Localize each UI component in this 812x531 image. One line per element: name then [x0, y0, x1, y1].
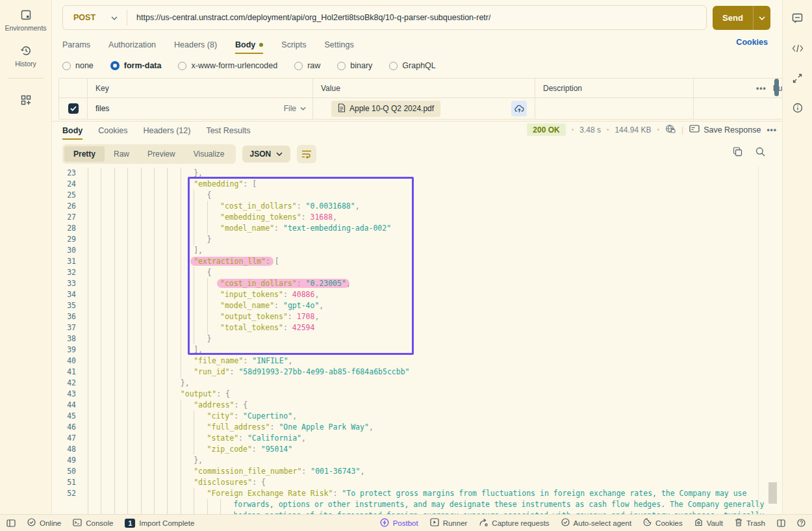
- radio-icon: [62, 62, 71, 70]
- sidebar-divider: [8, 78, 44, 79]
- line-number: 35: [52, 300, 76, 311]
- runner-button[interactable]: Runner: [430, 518, 468, 528]
- radio-x-www-form-urlencoded[interactable]: x-www-form-urlencoded: [178, 61, 277, 70]
- tab-scripts[interactable]: Scripts: [281, 36, 306, 54]
- console-button[interactable]: Console: [73, 519, 113, 528]
- tab-test-results[interactable]: Test Results: [206, 122, 250, 140]
- upload-file-button[interactable]: [511, 101, 527, 116]
- code-line: 47"state": "California",: [52, 433, 782, 444]
- trash-button[interactable]: Trash: [735, 518, 765, 528]
- indent-guides: [88, 499, 221, 510]
- split-pane-button[interactable]: [777, 519, 785, 527]
- indent-guides: [88, 477, 181, 488]
- file-chip[interactable]: Apple 10-Q Q2 2024.pdf: [331, 101, 440, 117]
- tab-settings[interactable]: Settings: [325, 36, 354, 54]
- line-number: 31: [52, 256, 76, 267]
- indent-guides: [88, 411, 194, 422]
- cookies-button[interactable]: Cookies: [643, 518, 683, 528]
- code-line: 40"file_name": "INFILE",: [52, 356, 782, 367]
- tab-body[interactable]: Body: [235, 36, 263, 54]
- toggle-sidebar-button[interactable]: [6, 519, 16, 527]
- code-line: 45"city": "Cupertino",: [52, 411, 782, 422]
- radio-none[interactable]: none: [62, 61, 94, 70]
- method-dropdown[interactable]: POST: [63, 13, 127, 22]
- tab-params[interactable]: Params: [62, 36, 90, 54]
- json-token: : {: [235, 400, 248, 409]
- capture-requests-button[interactable]: Capture requests: [479, 518, 549, 528]
- postbot-button[interactable]: Postbot: [380, 518, 418, 528]
- search-icon[interactable]: [755, 147, 765, 159]
- value-type-select[interactable]: File: [284, 104, 306, 113]
- sidebar-item-environments[interactable]: Environments: [0, 0, 51, 36]
- comments-button[interactable]: [792, 9, 803, 30]
- line-number: 50: [52, 466, 76, 477]
- view-visualize-button[interactable]: Visualize: [184, 146, 234, 162]
- radio-binary[interactable]: binary: [337, 61, 372, 70]
- help-button[interactable]: [797, 519, 806, 527]
- line-number: 51: [52, 477, 76, 488]
- view-pretty-button[interactable]: Pretty: [64, 146, 105, 162]
- url-input[interactable]: https://us-central.unstract.com/deployme…: [127, 13, 490, 22]
- json-token: :: [283, 323, 292, 332]
- send-button[interactable]: Send: [713, 6, 770, 30]
- response-scrollbar[interactable]: [768, 482, 777, 504]
- row-checkbox[interactable]: [68, 103, 79, 114]
- line-number: 34: [52, 289, 76, 300]
- json-token: },: [181, 378, 190, 387]
- code-line: 27"embedding_tokens": 31688,: [52, 212, 782, 223]
- json-token: "full_address": [207, 422, 270, 432]
- key-cell[interactable]: files File: [87, 98, 312, 119]
- cookies-link[interactable]: Cookies: [736, 38, 768, 47]
- radio-raw[interactable]: raw: [294, 61, 320, 70]
- indent-guides: [88, 212, 208, 223]
- json-token: ,: [314, 312, 319, 321]
- description-cell[interactable]: [535, 98, 693, 119]
- format-dropdown[interactable]: JSON: [242, 146, 291, 162]
- view-raw-button[interactable]: Raw: [105, 146, 138, 162]
- tab-response-cookies[interactable]: Cookies: [98, 122, 127, 140]
- table-scrollbar[interactable]: [774, 79, 779, 96]
- vault-button[interactable]: Vault: [694, 518, 723, 528]
- radio-graphql[interactable]: GraphQL: [389, 61, 435, 70]
- network-info-icon[interactable]: [665, 124, 676, 136]
- online-status[interactable]: Online: [27, 518, 61, 528]
- trash-icon: [735, 518, 742, 528]
- save-response-button[interactable]: Save Response: [689, 125, 761, 135]
- response-tabs: Body Cookies Headers (12) Test Results: [62, 122, 250, 140]
- more-options-icon[interactable]: •••: [756, 84, 767, 93]
- request-info-toggle[interactable]: [793, 69, 802, 90]
- line-number: 48: [52, 444, 76, 455]
- tab-authorization[interactable]: Authorization: [108, 36, 156, 54]
- import-complete-status[interactable]: 1 Import Complete: [125, 519, 194, 528]
- status-badge: 200 OK: [527, 123, 565, 136]
- info-button[interactable]: [793, 99, 803, 120]
- sidebar-add-panel-button[interactable]: [0, 85, 51, 110]
- code-line: 49},: [52, 455, 782, 466]
- row-checkbox-cell: [59, 98, 87, 119]
- sidebar-item-history[interactable]: History: [0, 36, 51, 71]
- tab-response-headers[interactable]: Headers (12): [143, 122, 190, 140]
- code-snippet-button[interactable]: [792, 39, 804, 60]
- value-cell: Apple 10-Q Q2 2024.pdf: [312, 98, 535, 119]
- response-meta: 200 OK • 3.48 s • 144.94 KB • | Save Res…: [527, 123, 777, 136]
- view-preview-button[interactable]: Preview: [138, 146, 184, 162]
- tab-headers[interactable]: Headers (8): [174, 36, 217, 54]
- indent-guides: [88, 267, 194, 278]
- tab-response-body[interactable]: Body: [62, 122, 82, 140]
- json-token: :: [238, 434, 247, 443]
- send-options-button[interactable]: [753, 6, 770, 30]
- response-body: 23},24"embedding": [25{26"cost_in_dollar…: [52, 166, 782, 514]
- status-bar-left: Online Console 1 Import Complete: [6, 518, 194, 528]
- file-icon: [338, 103, 346, 114]
- json-token: :: [297, 279, 306, 288]
- auto-select-agent-button[interactable]: Auto-select agent: [561, 518, 632, 528]
- right-sidebar: [782, 0, 812, 514]
- radio-form-data[interactable]: form-data: [110, 61, 162, 70]
- line-number: 24: [52, 179, 76, 190]
- body-set-dot: [259, 43, 263, 47]
- wrap-lines-button[interactable]: [297, 145, 316, 163]
- json-token: ,: [288, 356, 293, 365]
- code-line: 29}: [52, 234, 782, 245]
- response-more-options-icon[interactable]: •••: [767, 125, 777, 135]
- copy-icon[interactable]: [733, 147, 742, 159]
